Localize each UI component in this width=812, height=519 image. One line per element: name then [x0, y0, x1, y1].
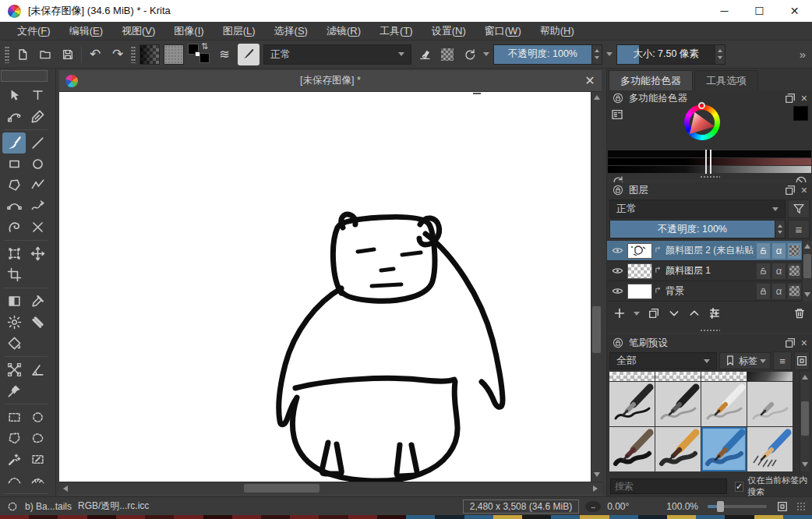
layer-list-scrollbar[interactable]	[802, 241, 812, 302]
layer-visibility-toggle[interactable]	[609, 285, 625, 297]
tool-magic-wand-select[interactable]	[2, 449, 26, 470]
tool-crop[interactable]	[2, 264, 26, 285]
brush-preset[interactable]	[655, 372, 701, 381]
tool-calligraphy[interactable]	[26, 106, 49, 127]
canvas-surface[interactable]	[59, 92, 591, 482]
layer-unlock-icon[interactable]	[757, 243, 770, 259]
brush-preset[interactable]	[747, 382, 793, 426]
tags-button[interactable]: 标签	[719, 352, 771, 369]
hue-bar[interactable]	[608, 150, 811, 157]
preset-search-input[interactable]	[610, 478, 727, 494]
preserve-alpha-button[interactable]	[438, 44, 457, 65]
menu-item[interactable]: 工具(T)	[370, 24, 422, 38]
menu-item[interactable]: 图像(I)	[164, 24, 213, 38]
selection-mode-icon[interactable]	[6, 500, 19, 513]
preset-menu-button[interactable]: ≡	[773, 351, 792, 370]
float-docker-icon[interactable]	[784, 337, 796, 349]
zoom-slider[interactable]	[708, 505, 767, 508]
splitter-grip[interactable]	[700, 329, 720, 332]
value-bar[interactable]	[608, 166, 811, 173]
canvas-vertical-scrollbar[interactable]	[591, 92, 602, 482]
layer-unlock-icon[interactable]	[757, 263, 770, 279]
tab-advanced-color-selector[interactable]: 多功能拾色器	[609, 70, 693, 90]
inherit-alpha-toggle[interactable]: α	[772, 243, 786, 259]
maximize-button[interactable]: ☐	[742, 0, 777, 22]
tool-rect-select[interactable]	[2, 407, 26, 428]
saturation-bar[interactable]	[608, 158, 811, 165]
opacity-spinner[interactable]	[591, 45, 602, 64]
alpha-lock-toggle[interactable]	[788, 243, 801, 259]
brush-preset[interactable]	[701, 372, 747, 381]
tab-tool-options[interactable]: 工具选项	[694, 70, 758, 90]
toolbox-docker-tab[interactable]	[1, 70, 48, 82]
menu-item[interactable]: 文件(F)	[8, 24, 60, 38]
float-docker-icon[interactable]	[784, 92, 796, 104]
search-in-tag-checkbox[interactable]: ✓	[735, 482, 743, 492]
layer-visibility-toggle[interactable]	[609, 245, 625, 256]
tool-polygon[interactable]	[2, 175, 26, 196]
float-docker-icon[interactable]	[784, 184, 796, 196]
alpha-lock-toggle[interactable]	[788, 284, 801, 299]
layer-row[interactable]: 背景α	[607, 281, 812, 302]
scroll-down-icon[interactable]	[804, 292, 810, 297]
close-docker-icon[interactable]: ×	[801, 337, 807, 349]
menu-item[interactable]: 编辑(E)	[60, 24, 112, 38]
color-selector-settings-icon[interactable]	[611, 108, 623, 121]
layer-lock-icon[interactable]	[757, 284, 770, 299]
brush-preset[interactable]	[701, 382, 747, 426]
tool-poly-select[interactable]	[2, 428, 26, 449]
tool-bezier-select[interactable]	[2, 470, 26, 491]
tool-ellipse[interactable]	[26, 154, 49, 175]
foreground-background-colors[interactable]: ⇅	[188, 44, 211, 65]
layer-filter-button[interactable]	[788, 199, 810, 218]
new-document-button[interactable]	[13, 44, 32, 65]
tool-freehand-brush[interactable]	[2, 132, 26, 154]
alpha-lock-toggle[interactable]	[788, 263, 801, 279]
tool-gradient[interactable]	[2, 291, 26, 312]
menu-item[interactable]: 滤镜(R)	[317, 24, 370, 38]
preset-scrollbar[interactable]	[800, 372, 810, 471]
canvas-only-mode-button[interactable]	[776, 500, 789, 513]
minimize-button[interactable]: ─	[707, 0, 742, 22]
canvas-rotation-icon[interactable]: ↔	[585, 501, 601, 512]
tool-polyline[interactable]	[26, 175, 49, 196]
layer-opacity-spinner[interactable]	[775, 221, 785, 238]
tool-colorize-mask[interactable]	[2, 312, 26, 333]
scroll-right-icon[interactable]	[593, 485, 598, 492]
gradient-chooser-button[interactable]	[139, 44, 160, 65]
preset-view-mode-button[interactable]	[794, 351, 810, 370]
layer-properties-button[interactable]	[708, 307, 721, 320]
layer-opacity-slider[interactable]: 不透明度: 100%	[609, 220, 786, 238]
toolbar-grip[interactable]	[5, 46, 9, 63]
layer-blending-mode-dropdown[interactable]: 正常	[609, 199, 786, 218]
menu-item[interactable]: 选择(S)	[265, 24, 317, 38]
edit-brush-settings-button[interactable]	[238, 44, 259, 65]
zoom-level-value[interactable]: 100.0%	[666, 501, 698, 512]
lock-docker-icon[interactable]	[612, 184, 624, 196]
swap-colors-icon[interactable]: ⇅	[201, 41, 208, 51]
close-button[interactable]: ✕	[777, 0, 812, 22]
tool-reference-images[interactable]	[2, 380, 26, 401]
preset-scroll-thumb[interactable]	[801, 401, 809, 436]
scroll-up-icon[interactable]	[802, 375, 808, 380]
tool-magnetic-select[interactable]	[26, 470, 49, 491]
tool-move[interactable]	[26, 243, 49, 264]
scroll-down-icon[interactable]	[802, 462, 808, 467]
brush-preset[interactable]	[609, 427, 655, 471]
menu-item[interactable]: 图层(L)	[214, 24, 265, 38]
layer-row[interactable]: 颜料图层 1α	[607, 261, 812, 281]
menu-item[interactable]: 设置(N)	[422, 24, 475, 38]
horizontal-scroll-thumb[interactable]	[244, 484, 320, 493]
tool-transform-select[interactable]	[2, 85, 26, 106]
brush-preset[interactable]	[609, 382, 655, 426]
tool-fill[interactable]	[2, 333, 26, 354]
tool-transform[interactable]	[2, 243, 26, 264]
chevron-down-icon[interactable]	[606, 52, 613, 56]
tool-smart-patch[interactable]	[26, 312, 49, 333]
brush-size-slider[interactable]: 大小: 7.50 像素	[616, 44, 726, 65]
brush-preset[interactable]	[747, 372, 793, 381]
value-bar-handle[interactable]	[705, 165, 711, 174]
brush-preset[interactable]	[701, 427, 747, 471]
menu-item[interactable]: 窗口(W)	[475, 24, 531, 38]
tool-freehand-path[interactable]	[26, 196, 49, 217]
